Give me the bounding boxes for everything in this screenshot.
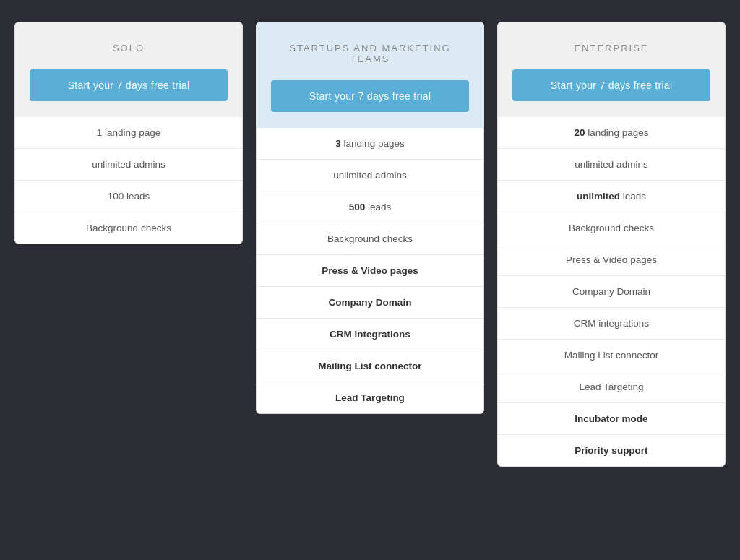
feature-item: 500 leads xyxy=(257,191,483,223)
trial-button-startups[interactable]: Start your 7 days free trial xyxy=(271,80,469,112)
feature-item: 100 leads xyxy=(15,181,242,212)
plan-name-enterprise: ENTERPRISE xyxy=(512,43,710,53)
feature-item: Priority support xyxy=(498,435,725,466)
feature-item: Background checks xyxy=(257,223,483,255)
features-list-solo: 1 landing page unlimited admins 100 lead… xyxy=(15,117,242,244)
feature-item: unlimited leads xyxy=(498,181,725,212)
plan-header-enterprise: ENTERPRISE Start your 7 days free trial xyxy=(498,22,725,117)
feature-item: CRM integrations xyxy=(257,319,483,350)
trial-button-enterprise[interactable]: Start your 7 days free trial xyxy=(512,69,710,101)
feature-item: Mailing List connector xyxy=(498,340,725,371)
feature-item: unlimited admins xyxy=(15,149,242,181)
feature-item: Company Domain xyxy=(257,287,483,319)
feature-item: Incubator mode xyxy=(498,403,725,435)
feature-item: CRM integrations xyxy=(498,308,725,340)
feature-item: 1 landing page xyxy=(15,117,242,149)
plan-name-solo: SOLO xyxy=(30,43,228,53)
feature-item: 20 landing pages xyxy=(498,117,725,149)
plan-card-enterprise: ENTERPRISE Start your 7 days free trial … xyxy=(497,22,726,467)
features-list-startups: 3 landing pages unlimited admins 500 lea… xyxy=(257,128,483,413)
feature-item: unlimited admins xyxy=(498,149,725,181)
feature-item: unlimited admins xyxy=(257,160,483,191)
feature-item: Press & Video pages xyxy=(498,244,725,276)
plan-card-solo: SOLO Start your 7 days free trial 1 land… xyxy=(14,22,243,244)
plan-header-startups: STARTUPS AND MARKETING TEAMS Start your … xyxy=(257,22,483,128)
trial-button-solo[interactable]: Start your 7 days free trial xyxy=(30,69,228,101)
feature-item: Lead Targeting xyxy=(498,371,725,403)
plan-card-startups: STARTUPS AND MARKETING TEAMS Start your … xyxy=(256,22,484,414)
feature-item: Background checks xyxy=(15,212,242,244)
feature-item: Press & Video pages xyxy=(257,255,483,287)
feature-item: 3 landing pages xyxy=(257,128,483,160)
plan-name-startups: STARTUPS AND MARKETING TEAMS xyxy=(271,43,469,64)
features-list-enterprise: 20 landing pages unlimited admins unlimi… xyxy=(498,117,725,466)
feature-item: Lead Targeting xyxy=(257,382,483,413)
pricing-container: SOLO Start your 7 days free trial 1 land… xyxy=(14,22,726,467)
feature-item: Background checks xyxy=(498,212,725,244)
plan-header-solo: SOLO Start your 7 days free trial xyxy=(15,22,242,117)
feature-item: Company Domain xyxy=(498,276,725,308)
feature-item: Mailing List connector xyxy=(257,350,483,382)
